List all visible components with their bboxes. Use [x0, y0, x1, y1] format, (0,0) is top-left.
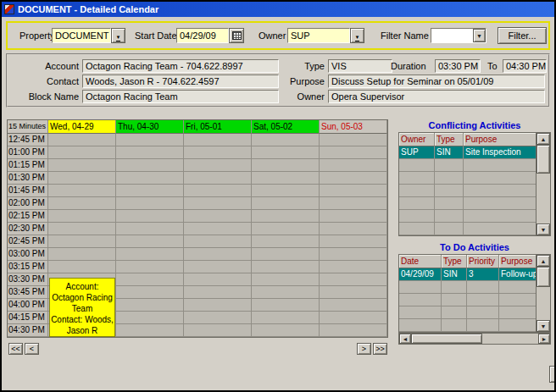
calendar-cell[interactable]	[184, 210, 252, 223]
account-field[interactable]: Octagon Racing Team - 704.622.8997	[82, 59, 279, 73]
calendar-cell[interactable]	[184, 286, 252, 299]
calendar-cell[interactable]	[184, 261, 252, 273]
calendar-cell[interactable]	[320, 134, 387, 146]
purpose-field[interactable]: Discuss Setup for Seminar on 05/01/09	[328, 75, 545, 88]
calendar-cell[interactable]	[252, 299, 320, 312]
calendar-cell[interactable]	[184, 197, 252, 210]
calendar-cell[interactable]	[320, 159, 387, 172]
calendar-cell[interactable]	[48, 172, 116, 185]
combo-dropdown-button[interactable]: ▼	[473, 29, 486, 42]
calendar-cell[interactable]	[184, 172, 252, 185]
todo-activities-row[interactable]	[399, 319, 536, 332]
scroll-down-button[interactable]: ▼	[537, 320, 550, 332]
scroll-down-button[interactable]: ▼	[537, 224, 550, 235]
calendar-cell[interactable]	[48, 159, 116, 172]
calendar-cell[interactable]	[116, 273, 184, 286]
calendar-cell[interactable]	[184, 299, 252, 312]
conflicting-activities-row[interactable]	[399, 159, 536, 172]
calendar-cell[interactable]	[252, 286, 320, 299]
todo-activities-hscrollbar[interactable]: ◄ ►	[398, 333, 551, 345]
calendar-cell[interactable]	[184, 159, 252, 172]
calendar-cell[interactable]	[116, 248, 184, 261]
calendar-cell[interactable]	[320, 273, 387, 286]
calendar-cell[interactable]	[116, 134, 184, 146]
calendar-cell[interactable]	[252, 248, 320, 261]
conflicting-activities-scrollbar[interactable]: ▲ ▼	[536, 133, 550, 235]
scroll-up-button[interactable]: ▲	[537, 255, 550, 267]
scroll-next-button[interactable]: >	[357, 343, 371, 355]
conflicting-activities-column-header[interactable]: Type	[435, 133, 464, 146]
scrollbar-track[interactable]	[537, 145, 550, 224]
hscrollbar-track[interactable]	[411, 334, 538, 344]
calendar-cell[interactable]	[320, 299, 387, 312]
calendar-cell[interactable]	[116, 223, 184, 235]
calendar-cell[interactable]	[320, 146, 387, 159]
calendar-cell[interactable]	[116, 172, 184, 185]
calendar-cell[interactable]	[48, 146, 116, 159]
calendar-cell[interactable]	[320, 197, 387, 210]
calendar-cell[interactable]	[48, 235, 116, 248]
scroll-first-button[interactable]: <<	[8, 343, 23, 355]
calendar-cell[interactable]	[184, 134, 252, 146]
conflicting-activities-column-header[interactable]: Owner	[399, 133, 435, 146]
calendar-cell[interactable]	[48, 248, 116, 261]
calendar-cell[interactable]	[252, 159, 320, 172]
conflicting-activities-row[interactable]	[399, 223, 536, 235]
calendar-cell[interactable]	[184, 273, 252, 286]
calendar-cell[interactable]	[116, 286, 184, 299]
calendar-cell[interactable]	[252, 312, 320, 324]
scrollbar-thumb[interactable]	[537, 267, 550, 287]
scroll-last-button[interactable]: >>	[373, 343, 387, 355]
property-field[interactable]: DOCUMENT	[52, 28, 111, 43]
calendar-cell[interactable]	[48, 210, 116, 223]
calendar-cell[interactable]	[320, 261, 387, 273]
scroll-right-button[interactable]: ►	[538, 334, 550, 344]
conflicting-activities-row[interactable]	[399, 210, 536, 223]
calendar-cell[interactable]	[320, 172, 387, 185]
calendar-cell[interactable]	[116, 185, 184, 197]
calendar-cell[interactable]	[184, 235, 252, 248]
todo-activities-column-header[interactable]: Priority	[467, 255, 499, 268]
calendar-cell[interactable]	[184, 324, 252, 337]
todo-activities-row[interactable]	[399, 306, 536, 319]
calendar-cell[interactable]	[252, 223, 320, 235]
calendar-cell[interactable]	[48, 185, 116, 197]
hscrollbar-thumb[interactable]	[411, 334, 482, 344]
calendar-cell[interactable]	[184, 185, 252, 197]
calendar-cell[interactable]	[320, 223, 387, 235]
conflicting-activities-row[interactable]	[399, 172, 536, 185]
calendar-cell[interactable]	[184, 223, 252, 235]
calendar-cell[interactable]	[320, 286, 387, 299]
calendar-cell[interactable]	[320, 248, 387, 261]
todo-activities-column-header[interactable]: Type	[442, 255, 467, 268]
owner-lov-button[interactable]: ▼	[350, 28, 364, 43]
owner-field[interactable]: SUP	[287, 28, 350, 43]
detail-owner-field[interactable]: Opera Supervisor	[328, 90, 545, 103]
type-field[interactable]: VIS	[328, 59, 392, 73]
calendar-cell[interactable]	[252, 273, 320, 286]
calendar-cell[interactable]	[48, 223, 116, 235]
calendar-cell[interactable]	[184, 146, 252, 159]
scroll-up-button[interactable]: ▲	[537, 133, 550, 145]
conflicting-activities-row[interactable]: SUPSINSite Inspection	[399, 146, 536, 159]
conflicting-activities-row[interactable]	[399, 185, 536, 197]
duration-field[interactable]: 03:30 PM	[435, 59, 481, 73]
conflicting-activities-column-header[interactable]: Purpose	[464, 133, 536, 146]
calendar-cell[interactable]	[116, 146, 184, 159]
calendar-cell[interactable]	[252, 235, 320, 248]
block-name-field[interactable]: Octagon Racing Team	[82, 90, 279, 103]
filter-name-combo[interactable]: ▼	[431, 28, 486, 43]
filter-button[interactable]: Filter...	[498, 27, 547, 44]
calendar-cell[interactable]	[116, 210, 184, 223]
start-date-field[interactable]: 04/29/09	[176, 28, 229, 43]
calendar-cell[interactable]	[252, 146, 320, 159]
scrollbar-track[interactable]	[537, 267, 550, 320]
calendar-cell[interactable]	[48, 261, 116, 273]
todo-activities-row[interactable]	[399, 294, 536, 306]
calendar-cell[interactable]	[320, 235, 387, 248]
calendar-cell[interactable]	[184, 248, 252, 261]
calendar-cell[interactable]	[116, 235, 184, 248]
calendar-cell[interactable]	[184, 312, 252, 324]
calendar-cell[interactable]	[48, 197, 116, 210]
conflicting-activities-row[interactable]	[399, 197, 536, 210]
